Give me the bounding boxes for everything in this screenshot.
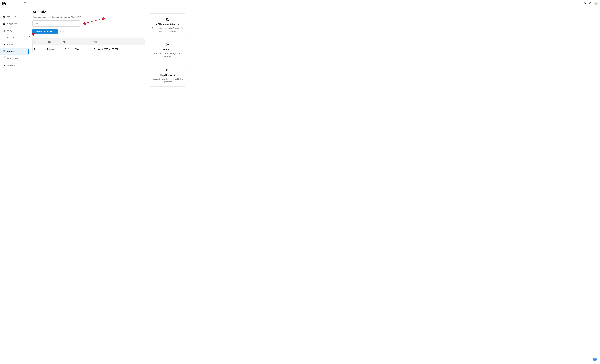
annotation-badge-1: 1 xyxy=(102,17,105,20)
card-title: Help Center xyxy=(160,74,175,76)
delete-api-key-button[interactable] xyxy=(138,48,141,51)
avatar[interactable] xyxy=(594,1,598,5)
page-title: API Info xyxy=(32,10,145,14)
sidebar-item-playground[interactable]: Playground xyxy=(0,20,29,27)
api-key-counter: 1 / 5 xyxy=(60,30,64,33)
right-column: API Documentation Developer guides and r… xyxy=(149,10,187,361)
sidebar-item-label: Pricing xyxy=(7,43,13,46)
sidebar-top xyxy=(0,0,29,7)
dollar-icon xyxy=(3,43,6,46)
annotation-overlay xyxy=(32,10,145,361)
chevron-down-icon xyxy=(24,22,26,25)
gear-icon xyxy=(3,64,6,67)
help-fab-button[interactable]: ? xyxy=(593,357,597,361)
svg-rect-2 xyxy=(4,16,5,17)
api-keys-table: # Title Key Added xyxy=(32,38,145,53)
th-index[interactable]: # xyxy=(34,41,47,43)
svg-point-11 xyxy=(4,59,5,59)
svg-rect-9 xyxy=(3,51,5,52)
th-key-label: Key xyxy=(63,41,66,43)
help-icon xyxy=(151,68,184,72)
cell-title: Develop xyxy=(47,48,63,50)
th-title-label: Title xyxy=(47,41,51,43)
main: API Info You need an API Key to send req… xyxy=(29,0,600,364)
page-subtitle: You need an API Key to send requests via… xyxy=(32,16,145,18)
sort-icon xyxy=(67,41,69,43)
card-desc: Developer guides and references for seam… xyxy=(151,27,184,32)
card-help-center[interactable]: Help Center Frequently asked account and… xyxy=(149,64,187,87)
arrow-right-icon xyxy=(173,74,175,76)
svg-rect-1 xyxy=(3,16,4,17)
arrow-right-icon xyxy=(171,49,173,51)
svg-line-14 xyxy=(83,19,102,24)
activity-icon xyxy=(3,29,6,32)
code-icon xyxy=(3,50,6,53)
language-icon[interactable] xyxy=(589,2,592,5)
notification-dot xyxy=(5,56,6,57)
sidebar-item-pricing[interactable]: Pricing xyxy=(0,41,29,48)
th-key[interactable]: Key xyxy=(63,41,94,43)
content: API Info You need an API Key to send req… xyxy=(29,7,600,364)
svg-rect-4 xyxy=(4,17,5,18)
th-added-label: Added xyxy=(94,41,100,43)
center-column: API Info You need an API Key to send req… xyxy=(32,10,145,361)
th-added[interactable]: Added xyxy=(94,41,135,43)
theme-toggle-icon[interactable] xyxy=(584,2,586,5)
sidebar-item-label: Invoices xyxy=(7,36,15,39)
sidebar-item-dashboard[interactable]: Dashboard xyxy=(0,13,29,20)
panel-toggle-icon[interactable] xyxy=(24,2,27,5)
svg-rect-0 xyxy=(24,2,26,4)
sidebar-item-label: Settings xyxy=(7,64,15,66)
sidebar-item-label: What's new xyxy=(7,57,18,60)
nav: Dashboard Playground Usage xyxy=(0,7,29,69)
generate-api-key-button[interactable]: Generate API Key xyxy=(32,29,58,34)
sort-icon xyxy=(101,41,102,43)
broadcast-icon xyxy=(151,43,184,46)
logo[interactable] xyxy=(2,1,7,5)
sidebar-item-label: Dashboard xyxy=(7,16,17,18)
card-title: Status xyxy=(163,48,172,51)
grid-icon xyxy=(3,15,6,18)
svg-rect-3 xyxy=(3,17,4,18)
arrow-right-icon xyxy=(177,24,179,25)
sidebar-item-whats-new[interactable]: What's new xyxy=(0,55,29,62)
sidebar-item-label: Usage xyxy=(7,29,13,32)
wallet-icon xyxy=(3,36,6,39)
svg-point-17 xyxy=(167,44,168,45)
cell-key: ****************0386 xyxy=(63,48,94,50)
card-desc: Check the status of MagicalAPI services xyxy=(151,52,184,58)
card-api-docs[interactable]: API Documentation Developer guides and r… xyxy=(149,13,187,36)
sidebar-item-label: API Info xyxy=(7,50,15,53)
th-title[interactable]: Title xyxy=(47,41,63,43)
sidebar-item-invoices[interactable]: Invoices xyxy=(0,34,29,41)
calendar-star-icon xyxy=(3,57,6,60)
cell-index: 1 xyxy=(34,48,47,50)
sort-icon xyxy=(52,41,53,43)
api-key-title-input[interactable] xyxy=(32,20,81,27)
th-index-label: # xyxy=(34,41,35,43)
topbar xyxy=(29,0,600,7)
svg-point-12 xyxy=(4,65,5,66)
svg-rect-6 xyxy=(3,30,5,31)
manual-icon xyxy=(151,17,184,21)
cell-added: January 5, 2025, 02:57 PM xyxy=(94,48,135,50)
generate-row: Generate API Key 1 / 5 xyxy=(32,29,145,34)
table-header: # Title Key Added xyxy=(33,38,145,46)
sidebar-item-api-info[interactable]: API Info xyxy=(0,48,29,55)
sort-icon xyxy=(36,41,38,43)
layout-icon xyxy=(3,22,6,25)
sidebar-item-settings[interactable]: Settings xyxy=(0,62,29,69)
sidebar: Dashboard Playground Usage xyxy=(0,0,29,364)
card-title: API Documentation xyxy=(156,23,179,26)
card-status[interactable]: Status Check the status of MagicalAPI se… xyxy=(149,39,187,61)
card-desc: Frequently asked account and billing que… xyxy=(151,78,184,83)
table-row: 1 Develop ****************0386 January 5… xyxy=(33,46,145,53)
sidebar-item-label: Playground xyxy=(7,22,18,25)
sidebar-item-usage[interactable]: Usage xyxy=(0,27,29,34)
